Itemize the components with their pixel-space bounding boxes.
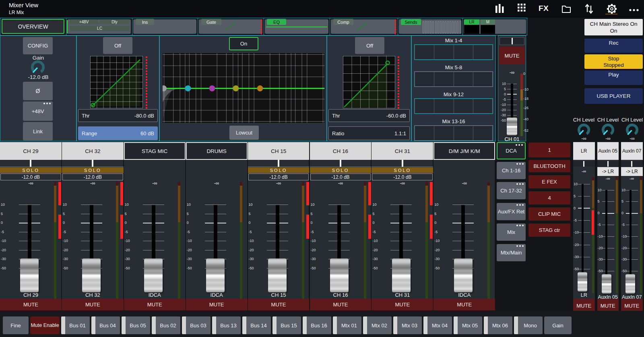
main-fader-cap[interactable] — [507, 118, 517, 135]
sends-slot[interactable] — [415, 126, 434, 141]
main-mute-button[interactable]: MUTE — [499, 47, 525, 64]
gain-row[interactable]: -12.0 dB — [248, 174, 309, 180]
sends-slot[interactable] — [415, 99, 434, 114]
ch-main-stereo-button[interactable]: CH Main Stereo OnOn — [584, 19, 643, 35]
gain-row[interactable]: -12.0 dB — [0, 174, 61, 180]
routing-row[interactable]: -> LR — [621, 167, 643, 176]
dca-group-button-1[interactable]: 1 — [528, 143, 570, 157]
sends-slot[interactable] — [473, 45, 493, 60]
toolbar-tab-bus-05[interactable]: Bus 05 — [122, 316, 150, 334]
eq-state-button[interactable]: On — [229, 37, 258, 50]
lowcut-mini-button[interactable]: LC — [70, 26, 130, 31]
grid-icon[interactable] — [518, 4, 528, 14]
strip-header[interactable]: AuxIn 05 — [597, 142, 619, 160]
dca-group-button-bluetooth[interactable]: BLUETOOTH — [528, 160, 570, 172]
toolbar-tab-mtx-06[interactable]: Mtx 06 — [484, 316, 512, 334]
strip-fader-cap[interactable] — [330, 258, 349, 292]
toolbar-tab-mtx-03[interactable]: Mtx 03 — [393, 316, 422, 334]
toolbar-tab-bus-16[interactable]: Bus 16 — [303, 316, 331, 334]
gate-state-button[interactable]: Off — [103, 37, 132, 54]
sends-label[interactable]: Sends — [401, 19, 421, 25]
mute-enable-button[interactable]: Mute Enable — [30, 316, 60, 334]
strip-mute-button[interactable]: MUTE — [310, 299, 372, 310]
main-lr-label[interactable]: LR — [464, 19, 479, 25]
dca-group-button-clip-mic[interactable]: CLIP MIC — [528, 207, 570, 221]
gear-icon[interactable] — [606, 3, 617, 14]
gate-range-row[interactable]: Range60 dB — [78, 126, 158, 140]
strip-mute-button[interactable]: MUTE — [124, 299, 186, 310]
strip-fader-cap[interactable] — [20, 258, 39, 292]
pan-indicator[interactable] — [30, 160, 31, 167]
comp-thr-row[interactable]: Thr-60.0 dB — [328, 109, 410, 122]
usb-player-button[interactable]: USB PLAYER — [584, 88, 643, 104]
main-m-label[interactable]: M — [481, 19, 495, 25]
eq-label[interactable]: EQ — [267, 19, 286, 25]
solo-row[interactable]: SOLO — [372, 167, 433, 173]
pan-indicator[interactable] — [92, 160, 93, 167]
sends-slot[interactable] — [454, 45, 473, 60]
eq-lowcut-button[interactable]: Lowcut — [229, 126, 259, 140]
gain-row[interactable]: -12.0 dB — [310, 174, 371, 180]
main-pan-slider[interactable] — [500, 37, 524, 45]
play-button[interactable]: Play — [584, 70, 643, 85]
sends-slot[interactable] — [473, 99, 493, 114]
strip-header[interactable]: CH 15 — [248, 142, 310, 160]
meters-icon[interactable] — [495, 4, 506, 14]
routing-row[interactable]: -> LR — [597, 167, 619, 176]
sends-slot[interactable] — [473, 72, 493, 87]
sends-slot[interactable] — [415, 72, 434, 87]
toolbar-tab-mtx-05[interactable]: Mtx 05 — [454, 316, 482, 334]
strip-fader-cap[interactable] — [144, 258, 163, 292]
transfer-icon[interactable] — [585, 4, 594, 14]
ins-label[interactable]: Ins — [136, 19, 154, 25]
folder-icon[interactable] — [561, 4, 572, 14]
toolbar-tab-mono[interactable]: Mono — [514, 316, 543, 334]
sends-slot[interactable] — [415, 45, 434, 60]
right-fader-cap[interactable] — [578, 272, 587, 292]
pan-indicator[interactable] — [597, 161, 619, 167]
rec-button[interactable]: Rec — [584, 39, 643, 53]
toolbar-tab-bus-02[interactable]: Bus 02 — [152, 316, 180, 334]
solo-row[interactable]: SOLO — [310, 167, 372, 173]
toolbar-gain-button[interactable]: Gain — [544, 316, 572, 334]
solo-row[interactable]: SOLO — [248, 167, 310, 173]
layer-button-ch-17-32[interactable]: Ch 17-32 — [497, 182, 526, 199]
strip-fader-cap[interactable] — [206, 258, 225, 292]
phantom-mini-button[interactable]: +48V — [70, 20, 98, 24]
right-fader-cap[interactable] — [602, 274, 611, 294]
config-button[interactable]: CONFIG — [23, 37, 53, 54]
eq-band-handle[interactable] — [209, 85, 215, 91]
sends-slot[interactable] — [434, 126, 454, 141]
eq-band-handle[interactable] — [185, 85, 191, 91]
toolbar-tab-mtx-04[interactable]: Mtx 04 — [423, 316, 452, 334]
overview-button[interactable]: OVERVIEW — [2, 19, 64, 34]
delay-mini-button[interactable]: Dly — [99, 20, 130, 24]
toolbar-tab-mtx-02[interactable]: Mtx 02 — [363, 316, 392, 334]
strip-header[interactable]: AuxIn 07 — [621, 142, 643, 160]
stop-button[interactable]: StopStopped — [584, 54, 643, 69]
dca-group-button-4[interactable]: 4 — [528, 191, 570, 205]
strip-header[interactable]: LR — [573, 142, 595, 160]
gain-knob[interactable] — [29, 58, 47, 76]
layer-button-mix[interactable]: Mix — [497, 223, 526, 241]
fx-icon[interactable]: FX — [539, 4, 549, 13]
sends-slot[interactable] — [434, 45, 454, 60]
pan-indicator[interactable] — [402, 160, 403, 167]
strip-fader-cap[interactable] — [392, 258, 411, 292]
strip-fader-cap[interactable] — [268, 258, 287, 292]
more-icon[interactable] — [629, 8, 640, 12]
solo-row[interactable]: SOLO — [0, 167, 62, 173]
sends-slot[interactable] — [454, 99, 473, 114]
strip-fader-cap[interactable] — [82, 258, 101, 292]
layer-button-aux-fx-ret[interactable]: Aux/FX Ret — [497, 203, 526, 220]
link-button[interactable]: Link — [23, 122, 53, 141]
fine-button[interactable]: Fine — [3, 316, 29, 334]
pan-indicator[interactable] — [340, 160, 341, 167]
gain-row[interactable]: -12.0 dB — [372, 174, 433, 180]
sends-slot[interactable] — [473, 126, 493, 141]
strip-header[interactable]: DRUMS — [186, 142, 248, 160]
strip-header[interactable]: CH 31 — [372, 142, 433, 160]
solo-row[interactable]: SOLO — [62, 167, 124, 173]
phantom-button[interactable]: +48V — [23, 101, 53, 121]
layer-button-ch-1-16[interactable]: Ch 1-16 — [497, 162, 526, 179]
